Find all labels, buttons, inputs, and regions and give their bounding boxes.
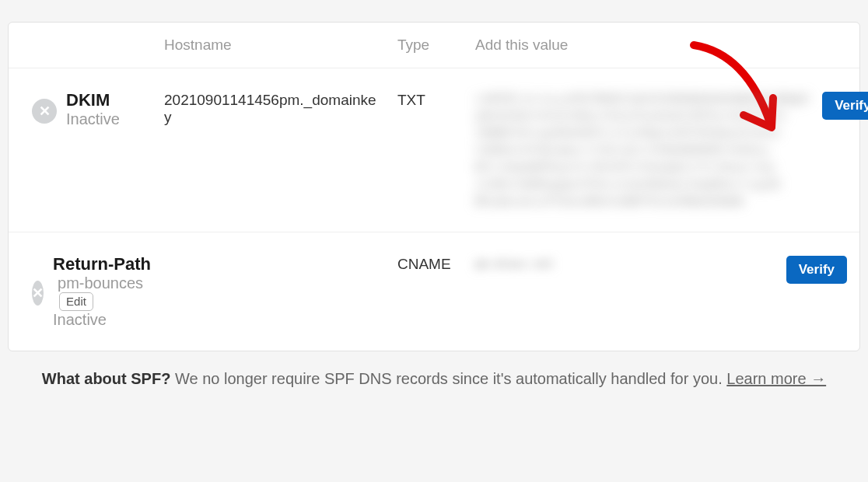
verify-button[interactable]: Verify	[822, 92, 868, 120]
record-type: CNAME	[397, 256, 475, 273]
redacted-value: pm.mtasv.net	[475, 257, 554, 270]
learn-more-link[interactable]: Learn more →	[726, 370, 826, 387]
header-hostname: Hostname	[164, 37, 397, 54]
edit-button[interactable]: Edit	[59, 292, 93, 311]
header-value: Add this value	[475, 37, 782, 54]
verify-button[interactable]: Verify	[786, 256, 847, 284]
dns-records-card: Hostname Type Add this value ✕ DKIM Inac…	[8, 22, 860, 351]
record-hostname: 20210901141456pm._domainkey	[164, 92, 383, 126]
record-name: DKIM	[66, 90, 120, 110]
record-state: Inactive	[66, 110, 120, 128]
record-name: Return-Path	[53, 254, 151, 274]
table-row-dkim: ✕ DKIM Inactive 20210901141456pm._domain…	[9, 68, 859, 232]
footnote-body: We no longer require SPF DNS records sin…	[175, 370, 726, 387]
close-icon: ✕	[32, 99, 57, 124]
header-type: Type	[397, 37, 475, 54]
table-header: Hostname Type Add this value	[9, 23, 859, 68]
redacted-value: v=DKIM1;k=rsa;p=MIGfMA0GCSqGSIb3DQEBAQUA…	[475, 90, 810, 210]
spf-footnote: What about SPF? We no longer require SPF…	[0, 370, 868, 388]
close-icon: ✕	[32, 281, 44, 306]
record-state: Inactive	[53, 311, 164, 329]
record-type: TXT	[397, 92, 475, 109]
footnote-lead: What about SPF?	[42, 370, 171, 387]
table-row-return-path: ✕ Return-Path pm-bounces Edit Inactive C…	[9, 232, 859, 351]
record-subdomain: pm-bounces	[58, 274, 143, 292]
